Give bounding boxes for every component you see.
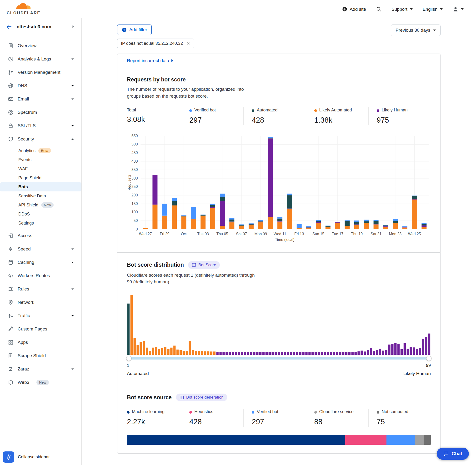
shield-icon — [8, 137, 13, 142]
sidebar-item-security-analytics[interactable]: Analytics Beta — [0, 146, 81, 155]
sidebar-item-rules[interactable]: Rules — [0, 282, 81, 296]
svg-text:200: 200 — [131, 193, 138, 197]
bots-analytics-card: Report incorrect data Requests by bot sc… — [117, 53, 441, 454]
svg-text:Fri 29: Fri 29 — [160, 232, 169, 236]
chevron-down-icon — [440, 8, 443, 10]
svg-text:250: 250 — [131, 185, 138, 189]
add-site-button[interactable]: Add site — [342, 7, 366, 12]
site-name: cftestsite3.com — [17, 24, 66, 30]
sidebar-item-security-events[interactable]: Events — [0, 155, 81, 164]
svg-text:150: 150 — [131, 202, 138, 206]
wrench-icon — [8, 327, 13, 332]
slider-right-category: Likely Human — [403, 371, 431, 376]
chevron-down-icon — [71, 367, 75, 371]
sidebar-item-security-settings[interactable]: Settings — [0, 219, 81, 228]
sidebar-item-email[interactable]: Email — [0, 92, 81, 106]
bot-score-source-section: Bot score source Bot score generation Ma… — [117, 385, 440, 453]
sidebar-item-label: Speed — [18, 246, 66, 252]
sidebar-item-security-waf[interactable]: WAF — [0, 164, 81, 173]
header-actions: Add site Support English — [342, 6, 464, 12]
sidebar-item-security-page-shield[interactable]: Page Shield — [0, 173, 81, 182]
chat-button[interactable]: Chat — [437, 448, 469, 460]
sidebar-item-security[interactable]: Security — [0, 132, 81, 146]
lock-icon — [8, 123, 13, 128]
sidebar-item-label: Events — [18, 157, 32, 162]
plus-circle-icon — [342, 7, 347, 12]
support-menu[interactable]: Support — [391, 7, 413, 12]
code-icon — [8, 273, 13, 278]
sidebar-item-security-api-shield[interactable]: API Shield New — [0, 201, 81, 210]
sidebar-item-label: Settings — [18, 221, 34, 226]
language-menu[interactable]: English — [423, 7, 443, 12]
stat-label[interactable]: Verified bot — [194, 108, 216, 113]
svg-text:Sat 07: Sat 07 — [236, 232, 247, 236]
legend-dot — [189, 109, 192, 112]
svg-text:Tue 17: Tue 17 — [332, 232, 343, 236]
sidebar-item-security-bots[interactable]: Bots — [0, 182, 81, 191]
account-menu[interactable] — [453, 6, 464, 12]
spectrum-icon — [8, 110, 13, 115]
sidebar-item-custom-pages[interactable]: Custom Pages — [0, 322, 81, 336]
sidebar-item-version-management[interactable]: Version Management — [0, 66, 81, 79]
sidebar-item-security-sensitive-data[interactable]: Sensitive Data — [0, 191, 81, 201]
sidebar-item-web3[interactable]: Web3 New — [0, 376, 81, 389]
sidebar-item-traffic[interactable]: Traffic — [0, 309, 81, 322]
sidebar-item-workers-routes[interactable]: Workers Routes — [0, 269, 81, 282]
stat-label[interactable]: Not computed — [382, 409, 408, 415]
sidebar-item-ssl-tls[interactable]: SSL/TLS — [0, 119, 81, 132]
bot-score-docs-badge[interactable]: Bot Score — [188, 261, 220, 269]
stat-value: 3.08k — [127, 115, 173, 124]
main-content: Add filter IP does not equal 35.212.240.… — [82, 18, 476, 465]
sidebar-item-overview[interactable]: Overview — [0, 39, 81, 52]
stat-verified-bot: Verified bot 297 — [181, 107, 243, 125]
sidebar-item-security-ddos[interactable]: DDoS — [0, 210, 81, 219]
stat-value: 75 — [377, 418, 423, 426]
sidebar-item-zaraz[interactable]: Zaraz — [0, 362, 81, 376]
stat-label[interactable]: Machine learning — [132, 409, 165, 415]
sidebar-item-dns[interactable]: DNS — [0, 79, 81, 92]
stat-label[interactable]: Automated — [257, 108, 277, 113]
back-arrow-icon[interactable] — [6, 24, 12, 30]
stat-label[interactable]: Cloudflare service — [319, 409, 354, 415]
report-incorrect-data-link[interactable]: Report incorrect data — [117, 54, 440, 68]
sidebar-item-spectrum[interactable]: Spectrum — [0, 106, 81, 119]
section-title: Requests by bot score — [127, 76, 431, 83]
person-icon — [453, 6, 458, 12]
sidebar-item-access[interactable]: Access — [0, 229, 81, 242]
cloudflare-logo[interactable]: CLOUDFLARE — [7, 3, 41, 15]
sidebar-item-network[interactable]: Network — [0, 296, 81, 309]
stat-label[interactable]: Likely Automated — [319, 108, 352, 113]
stat-label[interactable]: Likely Human — [382, 108, 408, 113]
sidebar-item-label: SSL/TLS — [18, 123, 66, 128]
bot-score-generation-docs-badge[interactable]: Bot score generation — [176, 394, 227, 401]
search-button[interactable] — [376, 6, 381, 12]
score-range-slider[interactable] — [127, 356, 431, 361]
sidebar-item-scrape-shield[interactable]: Scrape Shield — [0, 349, 81, 362]
close-icon[interactable] — [186, 42, 190, 45]
slider-handle-max[interactable] — [426, 356, 432, 361]
settings-gear-button[interactable] — [3, 451, 14, 463]
security-submenu: Analytics Beta Events WAF Page Shield Bo… — [0, 146, 81, 229]
svg-text:Requests: Requests — [127, 175, 131, 190]
stat-label[interactable]: Verified bot — [257, 409, 278, 415]
slider-track[interactable] — [127, 357, 431, 359]
filter-chip[interactable]: IP does not equal 35.212.240.32 — [117, 39, 194, 48]
sidebar-item-caching[interactable]: Caching — [0, 256, 81, 269]
stat-value: 297 — [252, 418, 298, 426]
collapse-sidebar-button[interactable]: Collapse sidebar — [18, 454, 50, 460]
sidebar-item-label: Overview — [18, 43, 75, 48]
plus-circle-icon — [122, 27, 127, 32]
slider-handle-min[interactable] — [126, 356, 131, 361]
add-filter-button[interactable]: Add filter — [117, 24, 152, 35]
stat-label[interactable]: Heuristics — [194, 409, 213, 415]
sidebar-item-label: DDoS — [18, 212, 30, 217]
date-range-selector[interactable]: Previous 30 days — [391, 24, 441, 36]
svg-text:Thu 19: Thu 19 — [351, 232, 363, 236]
filter-toolbar: Add filter IP does not equal 35.212.240.… — [117, 24, 441, 48]
sidebar-item-apps[interactable]: Apps — [0, 336, 81, 349]
svg-text:Oct: Oct — [181, 232, 187, 236]
sidebar-item-analytics-logs[interactable]: Analytics & Logs — [0, 52, 81, 66]
sidebar-item-speed[interactable]: Speed — [0, 242, 81, 256]
sidebar-nav: Overview Analytics & Logs Version Manage… — [0, 35, 81, 389]
site-header[interactable]: cftestsite3.com — [0, 18, 81, 35]
